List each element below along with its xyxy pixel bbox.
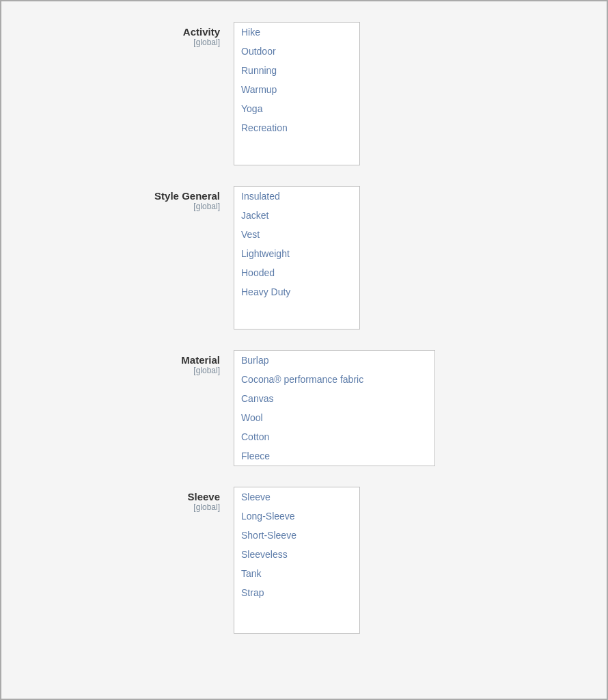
filter-label-style-general: Style General[global] <box>29 186 234 211</box>
filter-group-material: Material[global]BurlapCocona® performanc… <box>29 350 579 466</box>
list-item[interactable]: Yoga <box>234 99 359 118</box>
list-item[interactable]: Burlap <box>234 351 434 370</box>
filter-group-activity: Activity[global]HikeOutdoorRunningWarmup… <box>29 22 579 165</box>
list-item[interactable]: Cocona® performance fabric <box>234 370 434 389</box>
filter-label-title-material: Material <box>29 354 220 366</box>
list-item[interactable]: Sleeveless <box>234 545 359 564</box>
filter-label-material: Material[global] <box>29 350 234 375</box>
list-item[interactable]: Outdoor <box>234 42 359 61</box>
filter-label-sub-sleeve: [global] <box>29 502 220 512</box>
list-item[interactable]: Hike <box>234 23 359 42</box>
listbox-sleeve[interactable]: SleeveLong-SleeveShort-SleeveSleevelessT… <box>234 487 360 634</box>
list-item[interactable]: Lightweight <box>234 244 359 263</box>
list-item[interactable]: Heavy Duty <box>234 282 359 301</box>
list-item[interactable]: Short-Sleeve <box>234 526 359 545</box>
listbox-style-general[interactable]: InsulatedJacketVestLightweightHoodedHeav… <box>234 186 360 329</box>
list-item[interactable]: Wool <box>234 408 434 427</box>
list-item[interactable]: Strap <box>234 583 359 602</box>
list-item[interactable]: Insulated <box>234 187 359 206</box>
list-item[interactable]: Warmup <box>234 80 359 99</box>
list-item[interactable]: Recreation <box>234 118 359 137</box>
filter-label-activity: Activity[global] <box>29 22 234 47</box>
filter-label-sub-material: [global] <box>29 366 220 375</box>
filter-label-sleeve: Sleeve[global] <box>29 487 234 512</box>
list-item[interactable]: Fleece <box>234 446 434 466</box>
list-item[interactable]: Long-Sleeve <box>234 507 359 526</box>
filter-label-sub-activity: [global] <box>29 38 220 47</box>
list-item[interactable]: Tank <box>234 564 359 583</box>
list-item[interactable]: Jacket <box>234 206 359 225</box>
list-item[interactable]: Sleeve <box>234 487 359 507</box>
list-item[interactable]: Cotton <box>234 427 434 446</box>
filter-group-sleeve: Sleeve[global]SleeveLong-SleeveShort-Sle… <box>29 487 579 634</box>
listbox-activity[interactable]: HikeOutdoorRunningWarmupYogaRecreation <box>234 22 360 165</box>
filter-label-title-sleeve: Sleeve <box>29 491 220 502</box>
list-item[interactable]: Running <box>234 61 359 80</box>
page-container: Activity[global]HikeOutdoorRunningWarmup… <box>0 0 608 700</box>
filter-group-style-general: Style General[global]InsulatedJacketVest… <box>29 186 579 329</box>
filter-label-title-activity: Activity <box>29 26 220 38</box>
list-item[interactable]: Vest <box>234 225 359 244</box>
filter-label-title-style-general: Style General <box>29 190 220 202</box>
list-item[interactable]: Hooded <box>234 263 359 282</box>
listbox-material[interactable]: BurlapCocona® performance fabricCanvasWo… <box>234 350 435 466</box>
filter-label-sub-style-general: [global] <box>29 202 220 211</box>
list-item[interactable]: Canvas <box>234 389 434 408</box>
